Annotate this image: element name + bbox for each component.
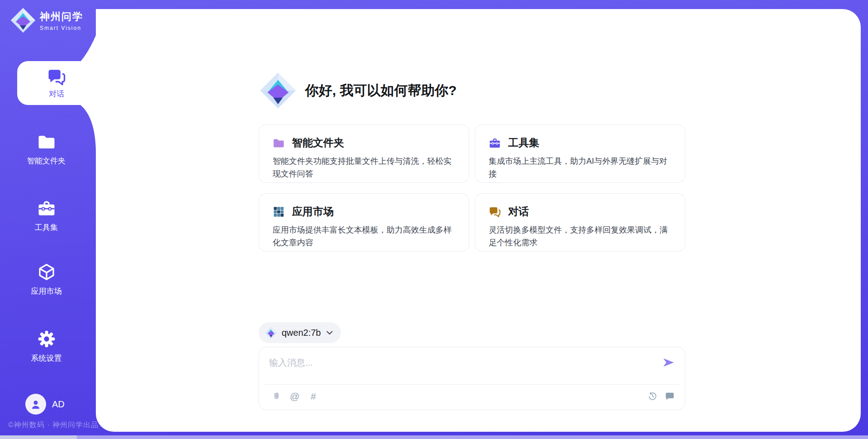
card-app-market[interactable]: 应用市场 应用市场提供丰富长文本模板，助力高效生成多样化文章内容 (259, 193, 469, 252)
sidebar-item-label: 工具集 (0, 222, 93, 233)
card-toolset[interactable]: 工具集 集成市场上主流工具，助力AI与外界无缝扩展与对接 (475, 124, 685, 183)
folder-icon (37, 133, 56, 151)
chat-icon (489, 206, 501, 218)
history-button[interactable] (647, 391, 658, 401)
model-selector[interactable]: qwen2:7b (259, 322, 341, 343)
brand-subtitle: Smart Vision (40, 25, 83, 31)
greeting-title: 你好, 我可以如何帮助你? (305, 81, 457, 100)
person-icon (30, 398, 42, 410)
card-title: 应用市场 (292, 205, 334, 219)
hashtag-button[interactable]: # (308, 391, 319, 401)
toolbox-icon (489, 137, 501, 149)
toolbox-icon (37, 199, 56, 217)
mention-button[interactable]: @ (289, 391, 300, 401)
sidebar-item-label: 系统设置 (0, 353, 93, 363)
diamond-logo-icon (10, 7, 36, 33)
bottom-strip (0, 435, 868, 439)
conversation-button[interactable] (664, 391, 675, 401)
card-title: 对话 (508, 205, 529, 219)
at-icon: @ (290, 391, 299, 401)
brand-name: 神州问学 (40, 10, 83, 24)
card-chat[interactable]: 对话 灵活切换多模型文件，支持多样回复效果调试，满足个性化需求 (475, 193, 685, 252)
gear-icon (37, 330, 56, 348)
sidebar-item-chat[interactable]: 对话 (17, 61, 96, 105)
folder-icon (273, 137, 285, 149)
grid-icon (273, 206, 285, 218)
chat-bubble-icon (665, 391, 675, 401)
user-initials: AD (52, 399, 65, 410)
card-description: 集成市场上主流工具，助力AI与外界无缝扩展与对接 (489, 155, 671, 180)
brand-logo-block: 神州问学 Smart Vision (10, 7, 83, 33)
history-icon (648, 391, 657, 401)
model-name: qwen2:7b (282, 328, 321, 338)
sidebar-item-label: 对话 (17, 89, 96, 99)
sidebar-item-toolset[interactable]: 工具集 (0, 199, 93, 233)
attach-file-button[interactable] (271, 391, 282, 401)
chat-icon (47, 68, 66, 86)
feature-cards: 智能文件夹 智能文件夹功能支持批量文件上传与清洗，轻松实现文件问答 工具集 集成… (259, 124, 685, 252)
chevron-down-icon (326, 331, 333, 335)
card-smart-folder[interactable]: 智能文件夹 智能文件夹功能支持批量文件上传与清洗，轻松实现文件问答 (259, 124, 469, 183)
card-title: 工具集 (508, 136, 539, 150)
sidebar-item-app-market[interactable]: 应用市场 (0, 263, 93, 296)
greeting-block: 你好, 我可以如何帮助你? (259, 72, 457, 110)
card-description: 智能文件夹功能支持批量文件上传与清洗，轻松实现文件问答 (273, 155, 455, 180)
sidebar-item-smart-folder[interactable]: 智能文件夹 (0, 133, 93, 166)
sidebar-item-label: 应用市场 (0, 286, 93, 296)
avatar (25, 394, 46, 415)
send-icon[interactable] (662, 356, 675, 369)
copyright-footer: ©神州数码 · 神州问学出品 (8, 420, 99, 430)
card-description: 应用市场提供丰富长文本模板，助力高效生成多样化文章内容 (273, 224, 455, 249)
hash-icon: # (311, 391, 316, 401)
card-title: 智能文件夹 (292, 136, 344, 150)
message-input[interactable] (269, 355, 658, 370)
message-composer: @ # (259, 347, 685, 410)
paperclip-icon (272, 391, 281, 401)
user-account[interactable]: AD (25, 394, 65, 415)
composer-divider (265, 384, 679, 385)
diamond-logo-icon (259, 72, 297, 110)
card-description: 灵活切换多模型文件，支持多样回复效果调试，满足个性化需求 (489, 224, 671, 249)
cube-icon (37, 263, 56, 281)
sidebar-item-label: 智能文件夹 (0, 156, 93, 166)
sidebar-item-settings[interactable]: 系统设置 (0, 330, 93, 363)
diamond-logo-icon (265, 327, 277, 339)
